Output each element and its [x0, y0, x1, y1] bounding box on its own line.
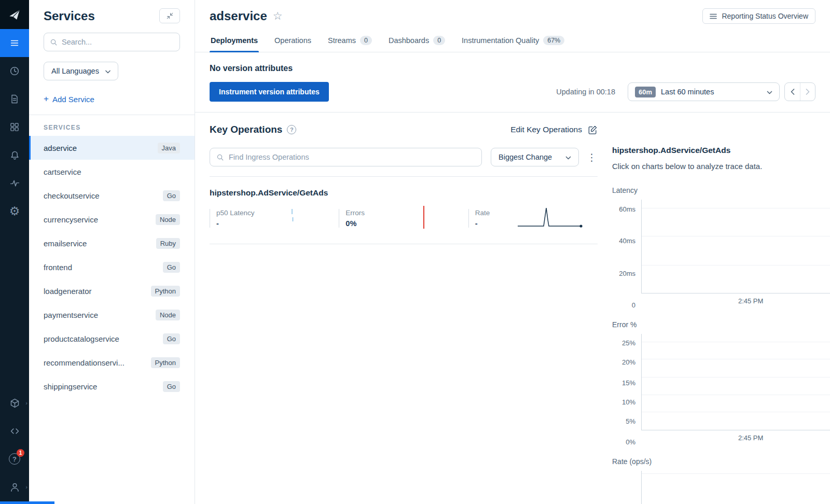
language-badge: Go	[163, 190, 180, 201]
service-search[interactable]	[44, 33, 180, 51]
error-chart[interactable]: 25% 20% 15% 10% 5% 0%	[612, 334, 830, 442]
rail-item-alerts[interactable]	[0, 141, 29, 169]
time-back-button[interactable]	[785, 83, 800, 101]
language-filter-label: All Languages	[51, 67, 99, 75]
instrumentation-quality-badge: 67%	[543, 36, 564, 45]
clock-icon	[9, 65, 20, 77]
rail-item-dashboards[interactable]	[0, 113, 29, 141]
service-item-emailservice[interactable]: emailservice Ruby	[29, 231, 195, 255]
service-item-frontend[interactable]: frontend Go	[29, 255, 195, 279]
tab-instrumentation-quality[interactable]: Instrumentation Quality 67%	[461, 31, 565, 52]
language-badge: Go	[163, 333, 180, 344]
service-item-shippingservice[interactable]: shippingservice Go	[29, 374, 195, 398]
chevron-right-icon: ›	[25, 400, 27, 406]
rail-item-monitoring[interactable]	[0, 169, 29, 197]
tab-label: Operations	[274, 36, 311, 45]
service-item-loadgenerator[interactable]: loadgenerator Python	[29, 279, 195, 303]
metric-value: 0%	[345, 219, 365, 228]
rail-item-notebooks[interactable]	[0, 85, 29, 113]
trace-analysis-panel: hipstershop.AdService/GetAds Click on ch…	[612, 113, 830, 504]
help-notification-badge: 1	[17, 449, 24, 457]
dashboards-count-badge: 0	[433, 36, 445, 45]
rail-item-history[interactable]	[0, 57, 29, 85]
time-range-selector[interactable]: 60m Last 60 minutes	[628, 82, 780, 101]
person-icon	[9, 482, 20, 493]
collapse-sidebar-button[interactable]	[159, 8, 180, 23]
help-tooltip-icon[interactable]: ?	[287, 125, 296, 134]
edit-icon	[588, 125, 598, 135]
latency-plot-area[interactable]	[641, 200, 830, 293]
service-item-adservice[interactable]: adservice Java	[29, 136, 195, 160]
chevron-right-icon	[806, 89, 810, 95]
language-badge: Node	[156, 214, 180, 225]
rail-item-account[interactable]: ›	[0, 473, 29, 501]
rate-plot-area[interactable]	[641, 471, 830, 504]
latency-chart[interactable]: 60ms 40ms 20ms 0 2:45 PM	[612, 200, 830, 305]
find-operations-search[interactable]	[210, 148, 482, 166]
time-forward-button[interactable]	[800, 83, 815, 101]
latency-x-axis: 2:45 PM	[641, 293, 830, 305]
tab-operations[interactable]: Operations	[273, 31, 312, 52]
nav-rail: ⚙ › ? 1 ›	[0, 0, 29, 504]
rate-y-axis	[612, 471, 641, 504]
error-chart-label: Error %	[612, 320, 830, 329]
service-name: paymentservice	[44, 311, 98, 319]
service-list-icon	[9, 37, 20, 49]
service-item-checkoutservice[interactable]: checkoutservice Go	[29, 184, 195, 207]
chevron-down-icon	[767, 87, 772, 96]
metric-label: p50 Latency	[216, 209, 255, 217]
main-content: adservice ☆ Reporting Status Overview De…	[195, 0, 830, 504]
rail-item-services[interactable]	[0, 29, 29, 57]
tab-streams[interactable]: Streams 0	[327, 31, 373, 52]
instrument-version-attributes-button[interactable]: Instrument version attributes	[210, 82, 329, 102]
service-item-currencyservice[interactable]: currencyservice Node	[29, 207, 195, 231]
reporting-status-overview-button[interactable]: Reporting Status Overview	[702, 8, 815, 24]
latency-chart-label: Latency	[612, 186, 830, 194]
logo-icon	[8, 8, 21, 21]
rate-chart[interactable]	[612, 471, 830, 504]
service-name: loadgenerator	[44, 287, 92, 296]
service-name: productcatalogservice	[44, 334, 119, 343]
gear-icon: ⚙	[9, 205, 20, 217]
service-name: checkoutservice	[44, 191, 100, 200]
rail-item-developer[interactable]	[0, 417, 29, 445]
reporting-status-label: Reporting Status Overview	[722, 12, 808, 20]
service-item-cartservice[interactable]: cartservice	[29, 160, 195, 184]
language-badge: Go	[163, 381, 180, 392]
metric-value: -	[475, 219, 490, 228]
service-name: emailservice	[44, 239, 87, 248]
service-name: currencyservice	[44, 215, 98, 224]
add-service-button[interactable]: + Add Service	[44, 94, 180, 104]
list-icon	[710, 13, 717, 19]
metric-errors: Errors 0%	[339, 205, 468, 231]
service-item-recommendationservice[interactable]: recommendationservi... Python	[29, 351, 195, 374]
error-plot-area[interactable]	[641, 334, 830, 430]
latency-sparkline	[255, 205, 327, 231]
rail-item-project[interactable]: ›	[0, 389, 29, 417]
operation-metrics-row[interactable]: p50 Latency - Errors	[210, 205, 598, 244]
language-badge: Ruby	[156, 238, 180, 249]
chevron-right-icon: ›	[25, 484, 27, 490]
language-badge: Go	[163, 262, 180, 273]
favorite-star-icon[interactable]: ☆	[273, 10, 283, 22]
tab-deployments[interactable]: Deployments	[210, 31, 259, 52]
app-logo[interactable]	[0, 0, 29, 29]
service-search-input[interactable]	[62, 38, 174, 46]
sort-dropdown[interactable]: Biggest Change	[491, 148, 579, 166]
service-item-paymentservice[interactable]: paymentservice Node	[29, 303, 195, 327]
language-filter-dropdown[interactable]: All Languages	[44, 62, 118, 80]
rate-chart-label: Rate (ops/s)	[612, 457, 830, 466]
error-y-axis: 25% 20% 15% 10% 5% 0%	[612, 334, 641, 442]
search-icon	[216, 153, 224, 161]
package-icon	[9, 398, 20, 409]
find-operations-input[interactable]	[229, 153, 475, 161]
edit-key-operations-button[interactable]: Edit Key Operations	[510, 125, 598, 135]
services-section-label: SERVICES	[29, 115, 195, 136]
service-item-productcatalogservice[interactable]: productcatalogservice Go	[29, 327, 195, 351]
operation-name[interactable]: hipstershop.AdService/GetAds	[210, 188, 598, 198]
tab-dashboards[interactable]: Dashboards 0	[388, 31, 446, 52]
metric-p50-latency: p50 Latency -	[210, 205, 339, 231]
more-options-kebab-icon[interactable]: ⋮	[587, 152, 597, 162]
rail-item-settings[interactable]: ⚙	[0, 197, 29, 225]
rail-item-help[interactable]: ? 1	[0, 445, 29, 473]
